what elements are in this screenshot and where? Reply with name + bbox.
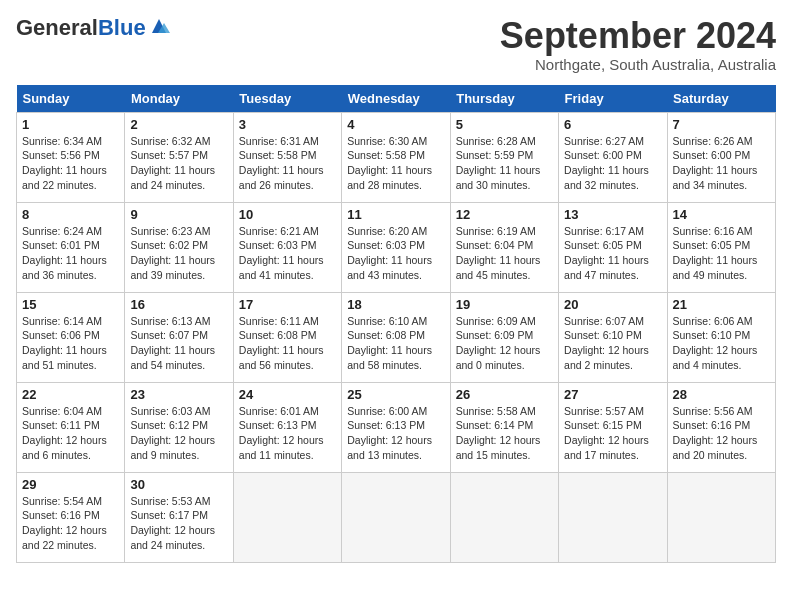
calendar-cell: 10Sunrise: 6:21 AM Sunset: 6:03 PM Dayli… [233,202,341,292]
header: GeneralBlue September 2024 Northgate, So… [16,16,776,73]
day-number: 20 [564,297,661,312]
days-header-row: SundayMondayTuesdayWednesdayThursdayFrid… [17,85,776,113]
calendar-cell: 9Sunrise: 6:23 AM Sunset: 6:02 PM Daylig… [125,202,233,292]
logo-icon [148,15,170,37]
calendar-cell: 30Sunrise: 5:53 AM Sunset: 6:17 PM Dayli… [125,472,233,562]
day-number: 11 [347,207,444,222]
calendar-cell: 12Sunrise: 6:19 AM Sunset: 6:04 PM Dayli… [450,202,558,292]
calendar-cell: 3Sunrise: 6:31 AM Sunset: 5:58 PM Daylig… [233,112,341,202]
day-info: Sunrise: 6:31 AM Sunset: 5:58 PM Dayligh… [239,134,336,193]
calendar-cell: 24Sunrise: 6:01 AM Sunset: 6:13 PM Dayli… [233,382,341,472]
calendar-title: September 2024 [500,16,776,56]
day-header-thursday: Thursday [450,85,558,113]
calendar-week-5: 29Sunrise: 5:54 AM Sunset: 6:16 PM Dayli… [17,472,776,562]
day-number: 24 [239,387,336,402]
calendar-cell: 20Sunrise: 6:07 AM Sunset: 6:10 PM Dayli… [559,292,667,382]
calendar-cell: 14Sunrise: 6:16 AM Sunset: 6:05 PM Dayli… [667,202,775,292]
calendar-cell: 23Sunrise: 6:03 AM Sunset: 6:12 PM Dayli… [125,382,233,472]
calendar-cell [233,472,341,562]
day-number: 17 [239,297,336,312]
day-number: 6 [564,117,661,132]
calendar-subtitle: Northgate, South Australia, Australia [500,56,776,73]
calendar-cell: 29Sunrise: 5:54 AM Sunset: 6:16 PM Dayli… [17,472,125,562]
calendar-cell: 15Sunrise: 6:14 AM Sunset: 6:06 PM Dayli… [17,292,125,382]
calendar-cell: 6Sunrise: 6:27 AM Sunset: 6:00 PM Daylig… [559,112,667,202]
day-number: 9 [130,207,227,222]
day-info: Sunrise: 6:03 AM Sunset: 6:12 PM Dayligh… [130,404,227,463]
day-number: 13 [564,207,661,222]
day-info: Sunrise: 5:56 AM Sunset: 6:16 PM Dayligh… [673,404,770,463]
calendar-cell: 25Sunrise: 6:00 AM Sunset: 6:13 PM Dayli… [342,382,450,472]
calendar-cell [450,472,558,562]
calendar-cell: 1Sunrise: 6:34 AM Sunset: 5:56 PM Daylig… [17,112,125,202]
calendar-week-1: 1Sunrise: 6:34 AM Sunset: 5:56 PM Daylig… [17,112,776,202]
day-info: Sunrise: 6:27 AM Sunset: 6:00 PM Dayligh… [564,134,661,193]
day-info: Sunrise: 6:28 AM Sunset: 5:59 PM Dayligh… [456,134,553,193]
day-info: Sunrise: 6:10 AM Sunset: 6:08 PM Dayligh… [347,314,444,373]
day-info: Sunrise: 5:57 AM Sunset: 6:15 PM Dayligh… [564,404,661,463]
logo-general-text: General [16,15,98,40]
calendar-table: SundayMondayTuesdayWednesdayThursdayFrid… [16,85,776,563]
day-header-monday: Monday [125,85,233,113]
day-info: Sunrise: 5:58 AM Sunset: 6:14 PM Dayligh… [456,404,553,463]
day-info: Sunrise: 6:19 AM Sunset: 6:04 PM Dayligh… [456,224,553,283]
day-info: Sunrise: 6:06 AM Sunset: 6:10 PM Dayligh… [673,314,770,373]
day-info: Sunrise: 6:07 AM Sunset: 6:10 PM Dayligh… [564,314,661,373]
day-number: 15 [22,297,119,312]
day-number: 12 [456,207,553,222]
day-info: Sunrise: 6:01 AM Sunset: 6:13 PM Dayligh… [239,404,336,463]
day-number: 28 [673,387,770,402]
calendar-cell [667,472,775,562]
calendar-cell: 22Sunrise: 6:04 AM Sunset: 6:11 PM Dayli… [17,382,125,472]
calendar-cell: 11Sunrise: 6:20 AM Sunset: 6:03 PM Dayli… [342,202,450,292]
day-info: Sunrise: 6:30 AM Sunset: 5:58 PM Dayligh… [347,134,444,193]
day-info: Sunrise: 6:14 AM Sunset: 6:06 PM Dayligh… [22,314,119,373]
day-header-wednesday: Wednesday [342,85,450,113]
day-number: 23 [130,387,227,402]
day-number: 25 [347,387,444,402]
day-number: 3 [239,117,336,132]
day-number: 27 [564,387,661,402]
day-info: Sunrise: 6:34 AM Sunset: 5:56 PM Dayligh… [22,134,119,193]
logo-blue-text: Blue [98,15,146,40]
day-info: Sunrise: 6:21 AM Sunset: 6:03 PM Dayligh… [239,224,336,283]
day-number: 22 [22,387,119,402]
calendar-cell: 26Sunrise: 5:58 AM Sunset: 6:14 PM Dayli… [450,382,558,472]
day-header-saturday: Saturday [667,85,775,113]
calendar-cell: 16Sunrise: 6:13 AM Sunset: 6:07 PM Dayli… [125,292,233,382]
day-info: Sunrise: 6:17 AM Sunset: 6:05 PM Dayligh… [564,224,661,283]
day-number: 2 [130,117,227,132]
calendar-cell: 17Sunrise: 6:11 AM Sunset: 6:08 PM Dayli… [233,292,341,382]
calendar-week-3: 15Sunrise: 6:14 AM Sunset: 6:06 PM Dayli… [17,292,776,382]
calendar-cell: 8Sunrise: 6:24 AM Sunset: 6:01 PM Daylig… [17,202,125,292]
day-number: 21 [673,297,770,312]
day-number: 19 [456,297,553,312]
calendar-week-2: 8Sunrise: 6:24 AM Sunset: 6:01 PM Daylig… [17,202,776,292]
calendar-cell: 13Sunrise: 6:17 AM Sunset: 6:05 PM Dayli… [559,202,667,292]
day-header-sunday: Sunday [17,85,125,113]
day-info: Sunrise: 6:04 AM Sunset: 6:11 PM Dayligh… [22,404,119,463]
calendar-cell: 4Sunrise: 6:30 AM Sunset: 5:58 PM Daylig… [342,112,450,202]
day-info: Sunrise: 6:26 AM Sunset: 6:00 PM Dayligh… [673,134,770,193]
day-number: 18 [347,297,444,312]
calendar-cell: 28Sunrise: 5:56 AM Sunset: 6:16 PM Dayli… [667,382,775,472]
calendar-cell [342,472,450,562]
calendar-cell: 18Sunrise: 6:10 AM Sunset: 6:08 PM Dayli… [342,292,450,382]
day-number: 30 [130,477,227,492]
day-info: Sunrise: 6:32 AM Sunset: 5:57 PM Dayligh… [130,134,227,193]
day-number: 1 [22,117,119,132]
calendar-cell: 21Sunrise: 6:06 AM Sunset: 6:10 PM Dayli… [667,292,775,382]
day-number: 8 [22,207,119,222]
day-number: 4 [347,117,444,132]
calendar-cell: 2Sunrise: 6:32 AM Sunset: 5:57 PM Daylig… [125,112,233,202]
day-number: 10 [239,207,336,222]
day-number: 26 [456,387,553,402]
day-header-friday: Friday [559,85,667,113]
logo: GeneralBlue [16,16,170,40]
day-info: Sunrise: 5:53 AM Sunset: 6:17 PM Dayligh… [130,494,227,553]
day-info: Sunrise: 6:24 AM Sunset: 6:01 PM Dayligh… [22,224,119,283]
calendar-cell: 7Sunrise: 6:26 AM Sunset: 6:00 PM Daylig… [667,112,775,202]
day-info: Sunrise: 6:09 AM Sunset: 6:09 PM Dayligh… [456,314,553,373]
day-number: 16 [130,297,227,312]
calendar-cell: 27Sunrise: 5:57 AM Sunset: 6:15 PM Dayli… [559,382,667,472]
